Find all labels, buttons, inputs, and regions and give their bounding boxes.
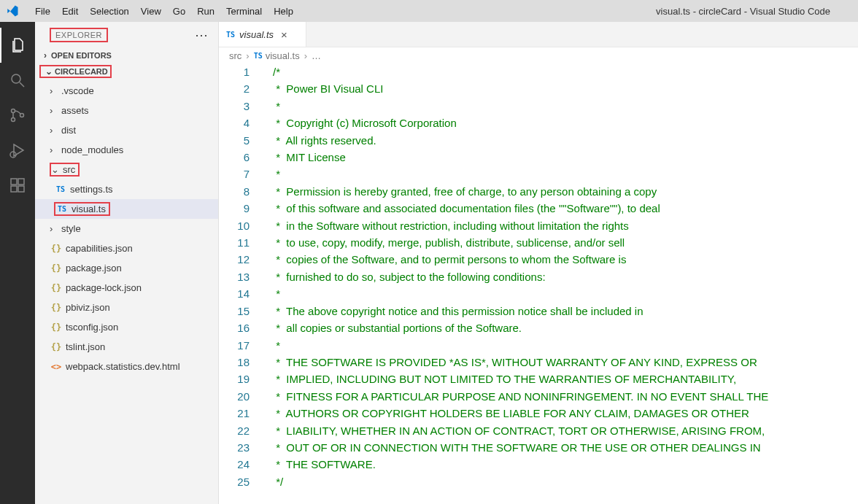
- line-text: * Copyright (c) Microsoft Corporation: [263, 115, 457, 131]
- activity-debug[interactable]: [0, 133, 35, 168]
- project-name-label: CIRCLECARD: [55, 67, 108, 76]
- tree-item-tslint-json[interactable]: {}tslint.json: [35, 337, 218, 357]
- line-text: * AUTHORS OR COPYRIGHT HOLDERS BE LIABLE…: [263, 405, 749, 422]
- tree-item-assets[interactable]: ›assets: [35, 101, 218, 120]
- json-icon: {}: [50, 244, 63, 254]
- open-editors-label: OPEN EDITORS: [51, 51, 112, 60]
- menu-go[interactable]: Go: [167, 0, 191, 22]
- menu-run[interactable]: Run: [191, 0, 220, 22]
- project-section[interactable]: ⌄ CIRCLECARD: [35, 63, 218, 80]
- chevron-right-icon: ›: [304, 50, 307, 61]
- code-line[interactable]: 22 * LIABILITY, WHETHER IN AN ACTION OF …: [219, 422, 858, 439]
- tree-item-visual-ts[interactable]: TSvisual.ts: [35, 199, 218, 219]
- code-line[interactable]: 18 * THE SOFTWARE IS PROVIDED *AS IS*, W…: [219, 354, 858, 371]
- menu-terminal[interactable]: Terminal: [220, 0, 268, 22]
- svg-point-3: [12, 118, 15, 122]
- code-line[interactable]: 25 */: [219, 473, 858, 490]
- line-text: * THE SOFTWARE.: [263, 456, 376, 473]
- debug-icon: [9, 141, 26, 159]
- code-line[interactable]: 19 * IMPLIED, INCLUDING BUT NOT LIMITED …: [219, 371, 858, 387]
- code-line[interactable]: 16 * all copies or substantial portions …: [219, 319, 858, 336]
- tree-item-package-lock-json[interactable]: {}package-lock.json: [35, 278, 218, 298]
- code-line[interactable]: 15 * The above copyright notice and this…: [219, 303, 858, 319]
- tree-item-webpack-statistics-dev-html[interactable]: <>webpack.statistics.dev.html: [35, 357, 218, 376]
- json-icon: {}: [50, 303, 63, 313]
- line-number: 6: [219, 149, 263, 166]
- tree-item-node-modules[interactable]: ›node_modules: [35, 140, 218, 160]
- line-number: 9: [219, 200, 263, 217]
- tree-item-label: node_modules: [61, 144, 123, 155]
- chevron-right-icon: ›: [50, 85, 61, 96]
- code-line[interactable]: 6 * MIT License: [219, 149, 858, 166]
- menu-file[interactable]: File: [29, 0, 56, 22]
- code-line[interactable]: 17 *: [219, 337, 858, 354]
- tree-item-label: visual.ts: [72, 203, 106, 214]
- line-text: * THE SOFTWARE IS PROVIDED *AS IS*, WITH…: [263, 354, 757, 371]
- line-number: 13: [219, 268, 263, 285]
- tree-item--vscode[interactable]: ›.vscode: [35, 81, 218, 101]
- tab-visual-ts[interactable]: TS visual.ts ×: [219, 22, 306, 47]
- code-line[interactable]: 8 * Permission is hereby granted, free o…: [219, 183, 858, 200]
- code-line[interactable]: 20 * FITNESS FOR A PARTICULAR PURPOSE AN…: [219, 388, 858, 405]
- line-text: *: [263, 337, 280, 354]
- code-line[interactable]: 1/*: [219, 63, 858, 80]
- line-number: 23: [219, 439, 263, 456]
- line-number: 16: [219, 319, 263, 336]
- tree-item-tsconfig-json[interactable]: {}tsconfig.json: [35, 317, 218, 337]
- line-number: 21: [219, 405, 263, 422]
- code-line[interactable]: 11 * to use, copy, modify, merge, publis…: [219, 234, 858, 251]
- activity-extensions[interactable]: [0, 168, 35, 203]
- typescript-icon: TS: [54, 185, 67, 193]
- line-text: * Permission is hereby granted, free of …: [263, 183, 657, 200]
- line-number: 20: [219, 388, 263, 405]
- tree-item-src[interactable]: ⌄src: [35, 160, 218, 179]
- tree-item-label: .vscode: [61, 85, 94, 96]
- code-line[interactable]: 14 *: [219, 285, 858, 302]
- activity-scm[interactable]: [0, 98, 35, 133]
- code-line[interactable]: 12 * copies of the Software, and to perm…: [219, 251, 858, 268]
- menu-selection[interactable]: Selection: [84, 0, 134, 22]
- workbench: EXPLORER ⋯ › OPEN EDITORS ⌄ CIRCLECARD ›…: [0, 22, 858, 504]
- activity-search[interactable]: [0, 63, 35, 98]
- menu-help[interactable]: Help: [268, 0, 299, 22]
- code-line[interactable]: 10 * in the Software without restriction…: [219, 217, 858, 234]
- typescript-icon: TS: [254, 52, 263, 60]
- menu-edit[interactable]: Edit: [56, 0, 84, 22]
- code-line[interactable]: 7 *: [219, 166, 858, 182]
- line-text: * MIT License: [263, 149, 346, 166]
- code-line[interactable]: 2 * Power BI Visual CLI: [219, 80, 858, 97]
- editor-group: TS visual.ts × src › TS visual.ts › … 1/…: [219, 22, 858, 504]
- line-text: */: [263, 473, 283, 490]
- code-line[interactable]: 5 * All rights reserved.: [219, 132, 858, 149]
- line-text: *: [263, 98, 280, 115]
- tree-item-pbiviz-json[interactable]: {}pbiviz.json: [35, 298, 218, 317]
- close-icon[interactable]: ×: [281, 28, 287, 41]
- code-line[interactable]: 13 * furnished to do so, subject to the …: [219, 268, 858, 285]
- tree-item-package-json[interactable]: {}package.json: [35, 258, 218, 278]
- line-number: 25: [219, 473, 263, 490]
- open-editors-section[interactable]: › OPEN EDITORS: [35, 47, 218, 63]
- code-line[interactable]: 9 * of this software and associated docu…: [219, 200, 858, 217]
- line-number: 15: [219, 303, 263, 319]
- breadcrumb-tail[interactable]: …: [312, 50, 321, 61]
- code-line[interactable]: 21 * AUTHORS OR COPYRIGHT HOLDERS BE LIA…: [219, 405, 858, 422]
- line-text: * of this software and associated docume…: [263, 200, 660, 217]
- code-line[interactable]: 24 * THE SOFTWARE.: [219, 456, 858, 473]
- tree-item-capabilities-json[interactable]: {}capabilities.json: [35, 239, 218, 258]
- breadcrumb-file[interactable]: TS visual.ts: [254, 50, 300, 61]
- code-line[interactable]: 3 *: [219, 98, 858, 115]
- code-line[interactable]: 23 * OUT OF OR IN CONNECTION WITH THE SO…: [219, 439, 858, 456]
- tree-item-settings-ts[interactable]: TSsettings.ts: [35, 179, 218, 199]
- breadcrumb-src[interactable]: src: [229, 50, 241, 61]
- menu-view[interactable]: View: [135, 0, 167, 22]
- line-text: * Power BI Visual CLI: [263, 80, 383, 97]
- code-area[interactable]: 1/*2 * Power BI Visual CLI3 *4 * Copyrig…: [219, 63, 858, 504]
- tree-item-label: dist: [61, 125, 76, 136]
- tree-item-dist[interactable]: ›dist: [35, 120, 218, 140]
- tree-item-style[interactable]: ›style: [35, 219, 218, 239]
- explorer-more-icon[interactable]: ⋯: [195, 27, 209, 43]
- activity-explorer[interactable]: [0, 28, 35, 63]
- code-line[interactable]: 4 * Copyright (c) Microsoft Corporation: [219, 115, 858, 131]
- tree-item-label: tsconfig.json: [66, 322, 118, 333]
- line-text: * FITNESS FOR A PARTICULAR PURPOSE AND N…: [263, 388, 768, 405]
